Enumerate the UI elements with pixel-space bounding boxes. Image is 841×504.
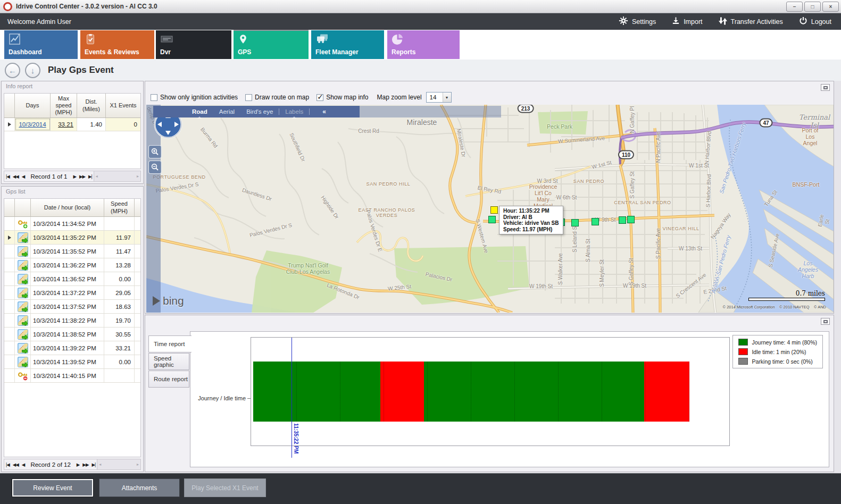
column-header-datetime[interactable]: Date / hour (local) [31, 199, 104, 216]
tab-speed-graphic[interactable]: Speed graphic [148, 353, 189, 370]
column-header-x1-events[interactable]: X1 Events [106, 94, 140, 117]
pager-scrollbar[interactable]: ◂▸ [97, 459, 140, 469]
ignition-on-marker[interactable] [490, 206, 498, 214]
gps-row[interactable]: 10/3/2014 11:38:22 PM19.70 [4, 314, 140, 327]
next-record-icon[interactable]: ▶ [77, 462, 80, 467]
row-indicator [4, 118, 15, 131]
bing-logo: bing [153, 295, 184, 307]
tab-fleet[interactable]: Fleet Manager [311, 30, 384, 59]
gps-icon [238, 33, 248, 47]
column-header-dist[interactable]: Dist. (Miles) [77, 94, 106, 117]
back-button[interactable]: ← [5, 63, 20, 78]
import-icon [672, 16, 680, 27]
gps-row[interactable]: 10/3/2014 11:36:52 PM0.00 [4, 272, 140, 286]
pager-scrollbar[interactable]: ◂▸ [94, 171, 140, 181]
tab-route-report[interactable]: Route report [148, 371, 189, 388]
info-report-pager: |◀ ◀◀ ◀ Record 1 of 1 ▶ ▶▶ ▶| ◂▸ [4, 171, 141, 182]
map-toolbar: Show only ignition activitiesDraw route … [151, 92, 452, 103]
attachments-button[interactable]: Attachments [99, 478, 180, 497]
prev-record-icon[interactable]: ◀ [22, 462, 25, 467]
gps-point-marker[interactable] [592, 218, 599, 225]
last-record-icon[interactable]: ▶| [88, 174, 92, 179]
legend-label: Parking time: 0 sec (0%) [752, 358, 812, 365]
logout-button[interactable]: Logout [799, 16, 831, 27]
checkbox-unchecked-icon[interactable] [245, 94, 252, 101]
tab-gps[interactable]: GPS [234, 30, 309, 59]
gps-point-marker[interactable] [627, 216, 635, 223]
maximize-panel-icon[interactable] [821, 318, 830, 325]
gps-point-marker[interactable] [571, 219, 579, 226]
speed-cell [104, 369, 135, 382]
map-nav-collapse-button[interactable]: « [322, 108, 326, 115]
column-header-max-speed[interactable]: Max speed (MPH) [51, 94, 77, 117]
days-cell[interactable]: 10/3/2014 [15, 118, 51, 131]
prev-page-icon[interactable]: ◀◀ [13, 174, 19, 179]
checkbox-item[interactable]: Draw route on map [245, 94, 309, 101]
row-indicator [4, 231, 15, 244]
gps-row[interactable]: 10/3/2014 11:37:52 PM18.63 [4, 300, 140, 314]
gps-row[interactable]: 10/3/2014 11:40:15 PM [4, 369, 140, 383]
first-record-icon[interactable]: |◀ [6, 174, 10, 179]
tab-dvr[interactable]: Dvr [156, 30, 231, 59]
maximize-panel-icon[interactable] [821, 84, 830, 91]
route-shield: 47 [759, 119, 772, 128]
page-title: Play Gps Event [48, 65, 114, 75]
gps-row[interactable]: 10/3/2014 11:35:22 PM11.97 [4, 231, 140, 245]
tab-time-report[interactable]: Time report [148, 335, 191, 352]
tab-reports[interactable]: Reports [387, 30, 460, 59]
record-count-label: Record 2 of 12 [30, 461, 70, 468]
map-style-labels[interactable]: Labels [285, 108, 303, 115]
map-style-road[interactable]: Road [192, 108, 207, 115]
next-page-icon[interactable]: ▶▶ [82, 462, 88, 467]
tab-dashboard[interactable]: Dashboard [4, 30, 78, 59]
map-zoom-out-button[interactable] [148, 161, 162, 174]
dropdown-arrow-icon[interactable]: ▼ [443, 93, 451, 102]
next-page-icon[interactable]: ▶▶ [79, 174, 85, 179]
column-header-speed[interactable]: Speed (MPH) [104, 199, 135, 216]
map-zoom-in-button[interactable] [148, 145, 162, 158]
tab-events[interactable]: Events & Reviews [80, 30, 154, 59]
speed-cell: 11.97 [104, 231, 135, 244]
column-header-days[interactable]: Days [15, 94, 51, 117]
datetime-cell: 10/3/2014 11:37:22 PM [31, 286, 104, 299]
map-canvas[interactable]: RoadAerialBird's eyeLabels« derlip DrBur… [146, 105, 834, 313]
gps-point-marker[interactable] [619, 216, 626, 224]
review-event-button[interactable]: Review Event [12, 478, 94, 497]
nav-separator [279, 108, 279, 115]
gps-row[interactable]: 10/3/2014 11:34:52 PM [4, 217, 140, 231]
gps-row[interactable]: 10/3/2014 11:39:22 PM33.21 [4, 341, 140, 355]
chart-time-cursor[interactable] [292, 338, 292, 458]
collapse-button[interactable]: ↓ [25, 63, 40, 78]
map-style-aerial[interactable]: Aerial [219, 108, 235, 115]
prev-record-icon[interactable]: ◀ [22, 174, 25, 179]
minimize-button[interactable]: – [786, 2, 803, 12]
close-button[interactable]: × [822, 2, 839, 12]
map-zoom-label: Map zoom level [377, 94, 422, 101]
transfer-button[interactable]: Transfer Activities [719, 16, 783, 27]
gps-row[interactable]: 10/3/2014 11:36:22 PM13.28 [4, 258, 140, 272]
checkbox-checked-icon[interactable] [317, 94, 323, 101]
max-speed-cell[interactable]: 33.21 [51, 118, 77, 131]
next-record-icon[interactable]: ▶ [73, 174, 76, 179]
maximize-button[interactable]: □ [804, 2, 821, 12]
checkbox-item[interactable]: Show map info [317, 94, 368, 101]
last-record-icon[interactable]: ▶| [91, 462, 95, 467]
first-record-icon[interactable]: |◀ [6, 462, 10, 467]
gps-row[interactable]: 10/3/2014 11:35:52 PM11.47 [4, 245, 140, 258]
import-button[interactable]: Import [672, 16, 702, 27]
map-zoom-select[interactable]: 14 ▼ [426, 92, 452, 103]
settings-button[interactable]: Settings [619, 16, 656, 27]
chart-axis-label: Journey / Idle time [193, 395, 246, 401]
info-report-row[interactable]: 10/3/2014 33.21 1.40 0 [4, 118, 140, 131]
prev-page-icon[interactable]: ◀◀ [13, 462, 19, 467]
map-style-birdseye[interactable]: Bird's eye [246, 108, 273, 115]
datetime-cell: 10/3/2014 11:35:52 PM [31, 245, 104, 258]
gps-row[interactable]: 10/3/2014 11:39:52 PM0.00 [4, 355, 140, 369]
gps-row[interactable]: 10/3/2014 11:38:52 PM30.55 [4, 327, 140, 341]
checkbox-unchecked-icon[interactable] [151, 94, 157, 101]
bing-b-icon [153, 296, 160, 306]
checkbox-item[interactable]: Show only ignition activities [151, 94, 238, 101]
gps-row[interactable]: 10/3/2014 11:37:22 PM29.05 [4, 286, 140, 300]
gps-point-marker[interactable] [488, 216, 496, 223]
legend-swatch [738, 358, 748, 365]
